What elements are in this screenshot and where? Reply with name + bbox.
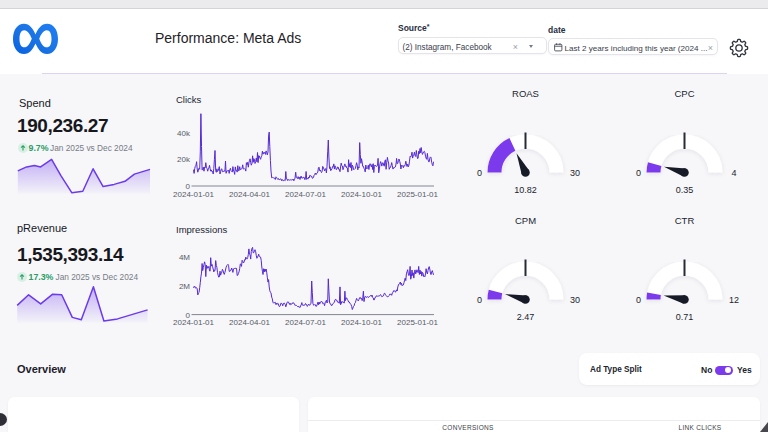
svg-text:2025-01-01: 2025-01-01 bbox=[397, 190, 438, 199]
svg-text:0: 0 bbox=[477, 168, 482, 178]
svg-text:ROAS: ROAS bbox=[512, 88, 539, 99]
svg-text:2024-07-01: 2024-07-01 bbox=[285, 190, 326, 199]
svg-text:2024-07-01: 2024-07-01 bbox=[285, 318, 326, 327]
svg-text:2024-04-01: 2024-04-01 bbox=[229, 318, 270, 327]
svg-text:0.35: 0.35 bbox=[676, 185, 694, 195]
svg-text:4M: 4M bbox=[179, 253, 190, 262]
svg-text:2024-10-01: 2024-10-01 bbox=[341, 318, 382, 327]
svg-text:30: 30 bbox=[570, 168, 580, 178]
svg-text:10.82: 10.82 bbox=[514, 185, 537, 195]
svg-text:2024-01-01: 2024-01-01 bbox=[173, 318, 214, 327]
svg-text:CTR: CTR bbox=[675, 215, 695, 226]
svg-text:Impressions: Impressions bbox=[176, 224, 227, 235]
svg-text:2024-10-01: 2024-10-01 bbox=[341, 190, 382, 199]
svg-text:0.71: 0.71 bbox=[676, 312, 694, 322]
svg-text:2024-01-01: 2024-01-01 bbox=[173, 190, 214, 199]
svg-text:CPM: CPM bbox=[515, 215, 536, 226]
svg-text:2024-04-01: 2024-04-01 bbox=[229, 190, 270, 199]
svg-text:2025-01-01: 2025-01-01 bbox=[397, 318, 438, 327]
svg-text:2.47: 2.47 bbox=[517, 312, 535, 322]
svg-text:0: 0 bbox=[636, 295, 641, 305]
svg-text:CPC: CPC bbox=[674, 88, 694, 99]
svg-text:Clicks: Clicks bbox=[176, 94, 202, 105]
svg-text:30: 30 bbox=[570, 295, 580, 305]
svg-text:12: 12 bbox=[729, 295, 739, 305]
svg-text:40k: 40k bbox=[177, 129, 191, 138]
svg-text:0: 0 bbox=[636, 168, 641, 178]
svg-text:2M: 2M bbox=[179, 282, 190, 291]
svg-text:4: 4 bbox=[731, 168, 736, 178]
svg-text:20k: 20k bbox=[177, 155, 191, 164]
svg-text:0: 0 bbox=[477, 295, 482, 305]
